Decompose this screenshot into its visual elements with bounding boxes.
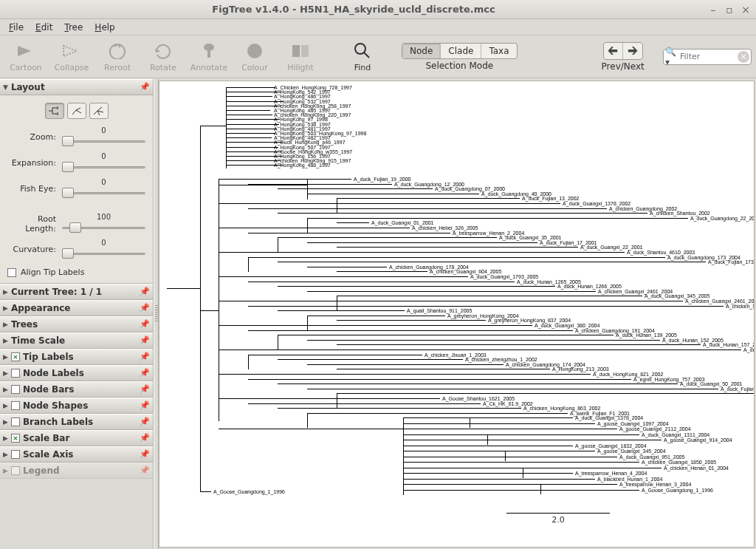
find-button[interactable]: Find	[341, 41, 384, 72]
tip-label[interactable]: A_duck_Guangxi_1378_2004	[575, 415, 643, 420]
scaleaxis-checkbox[interactable]	[11, 450, 20, 459]
panel-branchlabels[interactable]: ▶Branch Labels📌	[0, 414, 153, 430]
disclosure-icon: ▼	[3, 83, 8, 91]
close-icon[interactable]: ×	[740, 4, 752, 16]
selmode-label: Selection Mode	[425, 61, 493, 71]
panel-tiplabels[interactable]: ▶Tip Labels📌	[0, 349, 153, 365]
tip-label[interactable]: A_goose_Guangxi_914_2004	[664, 437, 732, 443]
tip-label[interactable]: A_chicken_Shantou_810_2005	[726, 304, 755, 309]
tip-label[interactable]: A_duck_Guangdong_22_2002	[690, 216, 755, 221]
hilight-icon	[290, 41, 311, 61]
panel-nodebars[interactable]: ▶Node Bars📌	[0, 381, 153, 398]
annotate-icon	[199, 41, 219, 61]
maximize-icon[interactable]: ▫	[724, 4, 735, 16]
tip-label[interactable]: A_blackbird_Hunan_1_2004	[597, 477, 662, 482]
tip-label[interactable]: A_treesparrow_Henan_3_2004	[619, 482, 691, 487]
panel-nodeshapes[interactable]: ▶Node Shapes📌	[0, 398, 153, 414]
svg-point-5	[355, 44, 365, 54]
menubar: File Edit Tree Help	[0, 19, 756, 35]
selmode-clade[interactable]: Clade	[441, 44, 481, 58]
tip-label[interactable]: A_duck_Hunan_182_2005	[743, 347, 755, 352]
tip-label[interactable]: A_goose_Guangxi_1097_2004	[597, 421, 669, 426]
selmode-taxa[interactable]: Taxa	[481, 44, 516, 58]
minimize-icon[interactable]: –	[707, 4, 719, 16]
rotate-button[interactable]: Rotate	[142, 41, 185, 72]
nodeshapes-checkbox[interactable]	[11, 401, 20, 410]
panel-appearance[interactable]: ▶Appearance📌	[0, 300, 153, 316]
align-checkbox[interactable]	[7, 268, 16, 277]
collapse-icon	[61, 41, 82, 61]
tip-label[interactable]: A_duck_Fujian_1734_2005	[708, 259, 755, 265]
svg-line-6	[364, 52, 369, 58]
tree-style-radial[interactable]	[89, 103, 109, 119]
menu-file[interactable]: File	[4, 21, 28, 34]
phylogenetic-tree: A_Chicken_HongKong_728_1997A_HongKong_54…	[159, 81, 754, 547]
content: ▼ Layout 📌 Zoom:0 Expansion:0 Fish Eye:0…	[0, 78, 756, 549]
panel-timescale[interactable]: ▶Time Scale📌	[0, 333, 153, 349]
legend-checkbox[interactable]	[11, 466, 20, 475]
window-title: FigTree v1.4.0 - H5N1_HA_skyride_ucld_di…	[4, 4, 703, 15]
svg-rect-1	[207, 50, 210, 58]
curvature-slider[interactable]	[61, 247, 147, 260]
align-tip-labels-row[interactable]: Align Tip Labels	[6, 265, 147, 279]
collapse-button[interactable]: Collapse	[50, 41, 93, 72]
menu-edit[interactable]: Edit	[31, 21, 57, 34]
selection-mode-group: Node Clade Taxa Selection Mode	[402, 43, 518, 71]
fisheye-slider[interactable]	[61, 186, 147, 200]
tree-canvas[interactable]: A_Chicken_HongKong_728_1997A_HongKong_54…	[159, 81, 755, 548]
menu-tree[interactable]: Tree	[60, 21, 87, 34]
sidebar: ▼ Layout 📌 Zoom:0 Expansion:0 Fish Eye:0…	[0, 79, 154, 549]
filter-input[interactable]	[680, 52, 738, 61]
search-icon: 🔍▾	[665, 47, 680, 67]
clear-filter-icon[interactable]: ×	[738, 51, 749, 63]
splitter[interactable]	[154, 79, 159, 549]
tip-label[interactable]: A_goose_Guangxi_1832_2004	[575, 443, 647, 449]
pin-icon: 📌	[140, 287, 150, 297]
tip-label[interactable]: A_goose_Guangxi_2112_2004	[619, 426, 691, 432]
panel-scalebar[interactable]: ▶Scale Bar📌	[0, 430, 153, 446]
expansion-slider[interactable]	[61, 160, 147, 174]
annotate-button[interactable]: Annotate	[188, 41, 230, 72]
tip-label[interactable]: A_treesparrow_Henan_4_2004	[575, 471, 647, 476]
rootlength-slider[interactable]	[61, 221, 147, 234]
tree-style-rectangular[interactable]	[45, 103, 64, 119]
panel-scaleaxis[interactable]: ▶Scale Axis📌	[0, 446, 153, 463]
zoom-slider[interactable]	[61, 134, 147, 148]
colour-button[interactable]: Colour	[233, 41, 276, 72]
selmode-node[interactable]: Node	[402, 44, 441, 58]
pin-icon[interactable]: 📌	[140, 82, 150, 92]
nodebars-checkbox[interactable]	[11, 385, 20, 394]
panel-nodelabels[interactable]: ▶Node Labels📌	[0, 365, 153, 381]
scale-bar: 2.0	[506, 513, 610, 525]
tip-label[interactable]: A_duck_Guangxi_1311_2004	[642, 432, 709, 437]
panel-legend[interactable]: ▶Legend📌	[0, 463, 153, 479]
branchlabels-checkbox[interactable]	[11, 417, 20, 426]
tiplabels-checkbox[interactable]	[11, 352, 20, 361]
filter-box[interactable]: 🔍▾ ×	[663, 49, 752, 65]
colour-icon	[244, 41, 265, 61]
layout-header[interactable]: ▼ Layout 📌	[0, 79, 153, 95]
tip-label[interactable]: A_goose_Guangxi_345_2004	[597, 449, 666, 454]
tip-label[interactable]: A_chicken_Henan_01_2004	[664, 466, 729, 471]
reroot-button[interactable]: Reroot	[96, 41, 139, 72]
scalebar-checkbox[interactable]	[11, 434, 20, 443]
panel-current-tree[interactable]: ▶Current Tree: 1 / 1📌	[0, 284, 153, 300]
hilight-button[interactable]: Hilight	[279, 41, 322, 72]
panel-trees[interactable]: ▶Trees📌	[0, 316, 153, 333]
rotate-icon	[153, 41, 173, 61]
menu-help[interactable]: Help	[90, 21, 119, 34]
tip-label[interactable]: A_HongKong_488_1997	[274, 163, 331, 168]
next-button[interactable]: 🡲	[623, 43, 642, 59]
tip-label[interactable]: A_Goose_Guangdong_1_1996	[213, 489, 285, 494]
tip-label[interactable]: A_chicken_Guangxi_1850_2005	[642, 460, 716, 465]
find-icon	[352, 41, 373, 61]
tip-label[interactable]: A_Goose_Guangdong_1_1996	[642, 488, 713, 493]
prev-button[interactable]: 🡰	[604, 43, 623, 59]
svg-point-2	[247, 44, 262, 58]
toolbar: Cartoon Collapse Reroot Rotate Annotate …	[0, 35, 756, 78]
nodelabels-checkbox[interactable]	[11, 369, 20, 378]
tree-style-polar[interactable]	[67, 103, 86, 119]
tip-label[interactable]: A_duck_Guangxi_951_2005	[619, 454, 684, 460]
cartoon-button[interactable]: Cartoon	[4, 41, 47, 72]
tip-label[interactable]: A_duck_Fujian_897_2005	[721, 386, 755, 392]
